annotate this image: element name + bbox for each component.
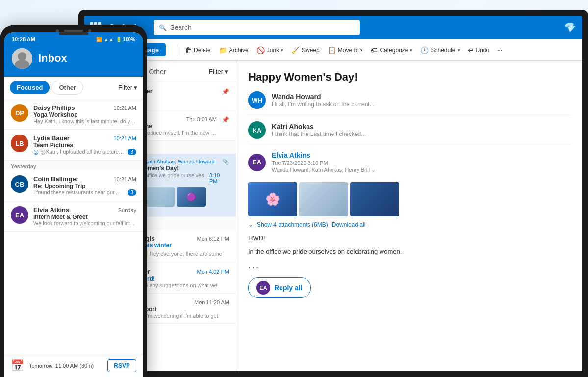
categorize-label: Categorize bbox=[380, 47, 408, 54]
laptop-frame: Outlook 🔍 Search 💎 ☰ New message 🗑 Delet… bbox=[78, 10, 588, 377]
email-subject: Intern Meet & Greet bbox=[33, 214, 136, 220]
delete-button[interactable]: 🗑 Delete bbox=[182, 44, 214, 56]
email-time: 3:10 PM bbox=[209, 172, 229, 184]
phone-notification-bar: 📅 Tomorrow, 11:00 AM (30m) RSVP bbox=[4, 354, 143, 377]
photo-2 bbox=[299, 182, 348, 216]
move-to-button[interactable]: 📋 Move to ▾ bbox=[325, 44, 366, 56]
calendar-icon: 📅 bbox=[11, 359, 24, 372]
participant-info: Elvia Atkins Tue 7/23/2020 3:10 PM Wanda… bbox=[272, 151, 570, 173]
separator bbox=[177, 44, 177, 56]
email-sender: Lydia Bauer bbox=[33, 135, 70, 142]
filter-button[interactable]: Filter ▾ bbox=[209, 68, 228, 75]
email-time: Sunday bbox=[118, 207, 136, 213]
phone-camera bbox=[56, 29, 91, 32]
junk-label: Junk bbox=[267, 47, 279, 54]
phone-time: 10:28 AM bbox=[12, 36, 35, 42]
email-time: Mon 11:20 AM bbox=[194, 299, 229, 305]
phone-inbox-title: Inbox bbox=[38, 52, 67, 65]
wifi-icon: 📶 bbox=[96, 37, 102, 42]
reply-all-button[interactable]: EA Reply all bbox=[248, 277, 311, 298]
phone-user-avatar[interactable] bbox=[12, 48, 32, 69]
list-item[interactable]: CB Colin Ballinger 10:21 AM Re: Upcoming… bbox=[4, 170, 143, 201]
undo-button[interactable]: ↩ Undo bbox=[465, 44, 493, 56]
status-icons: 📶 ▲▲ 🔋 100% bbox=[96, 37, 135, 42]
email-preview: Hey Katri, I know this is last minute, d… bbox=[33, 118, 136, 124]
phone-filter-button[interactable]: Filter ▾ bbox=[118, 84, 137, 91]
outlook-app: Outlook 🔍 Search 💎 ☰ New message 🗑 Delet… bbox=[84, 16, 582, 371]
chevron-down-icon: ▾ bbox=[225, 68, 228, 75]
junk-button[interactable]: 🚫 Junk ▾ bbox=[254, 44, 286, 56]
participant-date: Tue 7/23/2020 3:10 PM bbox=[272, 160, 570, 166]
notification-label: Tomorrow, 11:00 AM (30m) bbox=[29, 363, 94, 369]
photo-3 bbox=[350, 182, 399, 216]
email-preview: We look forward to welcoming our fall in… bbox=[33, 220, 136, 226]
phone-tabs: Focused Other Filter ▾ bbox=[4, 77, 143, 99]
email-body: Elvia Atkins Sunday Intern Meet & Greet … bbox=[33, 206, 136, 226]
move-icon: 📋 bbox=[328, 46, 336, 54]
phone-section-yesterday: Yesterday bbox=[4, 161, 143, 170]
attachments-row: ⌄ Show 4 attachments (6MB) Download all bbox=[248, 221, 570, 228]
chevron-down-icon: ▾ bbox=[410, 48, 412, 53]
undo-label: Undo bbox=[476, 47, 490, 54]
schedule-button[interactable]: 🕐 Schedule ▾ bbox=[417, 44, 462, 56]
email-subject: Re: Upcoming Trip bbox=[33, 183, 136, 189]
email-sender: Elvia Atkins bbox=[33, 206, 69, 214]
list-item[interactable]: DP Daisy Phillips 10:21 AM Yoga Workshop… bbox=[4, 99, 143, 130]
search-input[interactable]: Search bbox=[170, 24, 191, 31]
email-time: Mon 6:12 PM bbox=[197, 236, 229, 242]
email-sender: Daisy Phillips bbox=[33, 104, 75, 111]
participant-preview: I think that the Last time I checked... bbox=[272, 131, 570, 137]
junk-icon: 🚫 bbox=[256, 46, 265, 54]
email-photos: 🌸 bbox=[248, 182, 570, 216]
list-item[interactable]: LB Lydia Bauer 10:21 AM Team Pictures @ … bbox=[4, 130, 143, 161]
email-ellipsis[interactable]: ... bbox=[248, 260, 570, 270]
email-time: 10:21 AM bbox=[114, 105, 136, 111]
show-attachments-icon: ⌄ bbox=[248, 221, 253, 228]
participant-info: Wanda Howard Hi all, I'm writing to ask … bbox=[272, 93, 570, 108]
unread-badge: 3 bbox=[128, 189, 136, 196]
phone-tab-other[interactable]: Other bbox=[51, 81, 83, 95]
search-bar[interactable]: 🔍 Search bbox=[154, 20, 360, 35]
search-icon: 🔍 bbox=[159, 24, 167, 31]
sender-avatar: EA bbox=[256, 281, 270, 295]
list-item[interactable]: EA Elvia Atkins Sunday Intern Meet & Gre… bbox=[4, 201, 143, 232]
laptop-screen: Outlook 🔍 Search 💎 ☰ New message 🗑 Delet… bbox=[84, 16, 582, 371]
avatar: KA bbox=[248, 121, 266, 139]
reply-all-label: Reply all bbox=[274, 284, 303, 292]
trash-icon: 🗑 bbox=[185, 46, 192, 54]
reading-pane: Happy Women's Day! WH Wanda Howard Hi al… bbox=[236, 61, 582, 371]
more-button[interactable]: ··· bbox=[494, 45, 505, 55]
filter-label: Filter bbox=[209, 68, 223, 75]
email-time: 10:21 AM bbox=[114, 176, 136, 182]
email-preview: I found these restaurants near our... bbox=[33, 189, 119, 195]
attachment-icon: 📎 bbox=[222, 159, 229, 165]
archive-icon: 📁 bbox=[219, 46, 227, 54]
tab-other[interactable]: Other bbox=[144, 63, 171, 81]
photo-1: 🌸 bbox=[248, 182, 297, 216]
categorize-button[interactable]: 🏷 Categorize ▾ bbox=[368, 44, 415, 56]
avatar: EA bbox=[248, 154, 266, 171]
premium-icon: 💎 bbox=[564, 22, 576, 33]
email-time: Thu 8:08 AM bbox=[186, 116, 217, 122]
participant-preview: Hi all, I'm writing to ask on the curren… bbox=[272, 101, 570, 108]
archive-button[interactable]: 📁 Archive bbox=[216, 44, 252, 56]
undo-icon: ↩ bbox=[468, 46, 474, 54]
avatar: LB bbox=[11, 135, 28, 152]
attachments-label[interactable]: Show 4 attachments (6MB) bbox=[257, 221, 328, 228]
unread-badge: 3 bbox=[128, 149, 136, 155]
delete-label: Delete bbox=[194, 47, 211, 54]
email-sender: Colin Ballinger bbox=[33, 175, 78, 183]
rsvp-button[interactable]: RSVP bbox=[107, 359, 136, 372]
main-content: Focused Other Filter ▾ IF bbox=[84, 61, 582, 371]
download-all-button[interactable]: Download all bbox=[332, 221, 366, 228]
phone-tab-focused[interactable]: Focused bbox=[10, 81, 50, 94]
phone-email-list: DP Daisy Phillips 10:21 AM Yoga Workshop… bbox=[4, 99, 143, 354]
sweep-icon: 🧹 bbox=[291, 46, 300, 54]
participant-name: Wanda Howard bbox=[272, 93, 570, 101]
sweep-button[interactable]: 🧹 Sweep bbox=[288, 44, 323, 56]
phone-screen: 10:28 AM 📶 ▲▲ 🔋 100% Inbox Focused Other… bbox=[4, 32, 143, 377]
email-subject: Yoga Workshop bbox=[33, 111, 136, 118]
chevron-down-icon: ▾ bbox=[281, 48, 283, 53]
toolbar: ☰ New message 🗑 Delete 📁 Archive 🚫 Junk … bbox=[84, 39, 582, 61]
email-preview: Hey everyone, there are some bbox=[150, 251, 222, 257]
